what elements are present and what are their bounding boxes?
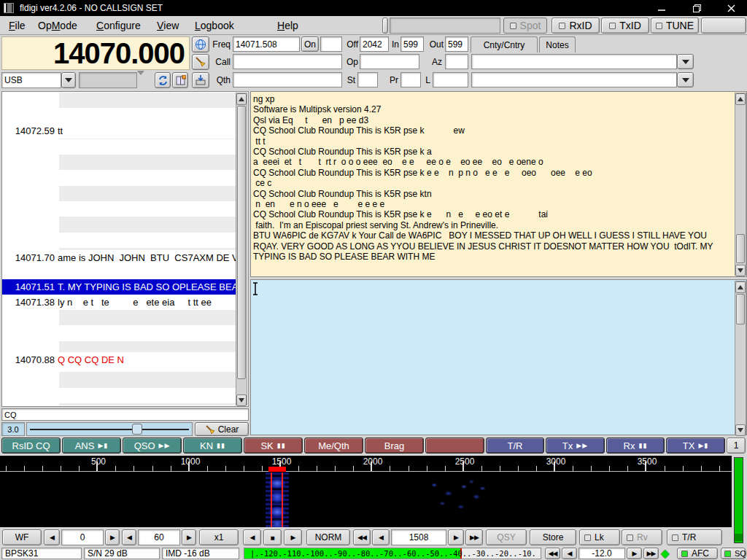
secondary-select-arrow[interactable] (137, 75, 144, 88)
menu-file[interactable]: File (4, 18, 30, 34)
browser-row[interactable]: 14071.38ly n e t te e ete eia t tt ee (2, 295, 236, 310)
tab-notes[interactable]: Notes (539, 36, 576, 52)
scroll-down-button[interactable] (735, 424, 746, 436)
clear-log-fields-button[interactable] (192, 54, 209, 70)
az-input[interactable] (445, 54, 468, 69)
center-stop-button[interactable]: ■ (263, 529, 282, 545)
qth-input[interactable] (233, 72, 342, 88)
macro-set-button[interactable]: 1 (727, 438, 746, 454)
macro-sk[interactable]: SK▮▮ (244, 438, 303, 454)
reflevel-increase[interactable]: ▶ (182, 529, 196, 545)
rst-out-input[interactable]: 599 (445, 36, 468, 52)
spot-button[interactable]: Spot (503, 18, 547, 34)
st-input[interactable] (357, 72, 378, 88)
mode-select-arrow[interactable] (61, 72, 76, 88)
menu-logbook[interactable]: Logbook (190, 18, 239, 34)
secondary-select[interactable] (79, 72, 137, 88)
macro-kn[interactable]: KN▮▮ (183, 438, 242, 454)
squelch-slider[interactable] (26, 422, 193, 436)
menu-opmode[interactable]: Op Mode (34, 18, 82, 34)
macro-empty[interactable] (425, 438, 484, 454)
mode-select[interactable]: USB (1, 72, 61, 88)
pr-input[interactable] (400, 72, 421, 88)
browser-row-selected[interactable]: 14071.51T. MY TYPING IS BAD SO OPLEASE B… (2, 279, 236, 295)
zoom-x1-button[interactable]: x1 (199, 529, 239, 545)
macro-tx[interactable]: Tx▶▶ (546, 438, 605, 454)
browser-row[interactable]: 14072.59tt (2, 123, 236, 139)
scrollbar-thumb[interactable] (237, 106, 246, 379)
freq-fine-up[interactable]: ▶ (448, 529, 464, 545)
txoffset-value[interactable]: -12.0 (578, 548, 625, 559)
store-button[interactable]: Store (530, 529, 576, 545)
audio-freq-value[interactable]: 1508 (391, 529, 446, 545)
qrz-lookup-button[interactable] (192, 36, 209, 52)
save-qso-button[interactable] (192, 72, 209, 88)
scrollbar-thumb[interactable] (736, 294, 745, 324)
afc-button[interactable]: AFC (677, 548, 718, 559)
notes-combo[interactable] (471, 72, 677, 88)
sync-button[interactable] (155, 72, 171, 88)
tx-text-panel[interactable] (250, 279, 747, 435)
freq-fine-down[interactable]: ◀ (372, 529, 390, 545)
txoffset-coarse-up[interactable]: ▶▶ (643, 548, 659, 559)
txoffset-fine-down[interactable]: ◀ (562, 548, 577, 559)
txoffset-fine-up[interactable]: ▶ (627, 548, 642, 559)
reflevel-value[interactable]: 60 (138, 529, 180, 545)
sql-button[interactable]: SQL (721, 548, 746, 559)
restore-button[interactable] (681, 0, 713, 16)
rxid-button[interactable]: RxID (551, 18, 600, 34)
macro-brag[interactable]: Brag (365, 438, 424, 454)
scrollbar-thumb[interactable] (736, 234, 745, 263)
logbook-button[interactable] (172, 72, 188, 88)
browser-row[interactable]: 14070.88Q CQ CQ DE N (2, 352, 236, 368)
tx-scrollbar[interactable] (735, 281, 746, 435)
menu-view[interactable]: View (152, 18, 183, 34)
scroll-up-button[interactable] (735, 281, 746, 293)
macro-tx-end[interactable]: TX▶▮ (666, 438, 725, 454)
freq-coarse-down[interactable]: ◀◀ (353, 529, 371, 545)
loc-input[interactable] (433, 72, 468, 88)
time-on-button[interactable]: On (301, 36, 319, 52)
browser-scrollbar[interactable] (236, 93, 247, 405)
wf-mode-button[interactable]: WF (2, 529, 42, 545)
waterfall[interactable]: 500 1000 1500 2000 2500 3000 3500 (0, 456, 732, 527)
bandwidth-cursor[interactable] (268, 467, 286, 472)
scroll-up-button[interactable] (735, 93, 746, 105)
macro-rx[interactable]: Rx▮▮ (606, 438, 665, 454)
squelch-level-bar[interactable] (734, 457, 743, 543)
mode-status[interactable]: BPSK31 (1, 548, 82, 559)
minimize-button[interactable] (646, 0, 678, 16)
tr-button[interactable]: T/R (667, 529, 722, 545)
scroll-down-button[interactable] (735, 265, 746, 276)
ampspan-value[interactable]: 0 (61, 529, 104, 545)
tune-button[interactable]: TUNE (651, 18, 699, 34)
time-off-input[interactable]: 2042 (360, 36, 389, 52)
qsy-button[interactable]: QSY (486, 529, 527, 545)
freq-input[interactable]: 14071.508 (233, 36, 300, 52)
clear-browser-button[interactable]: Clear (195, 422, 249, 436)
call-input[interactable] (233, 54, 342, 69)
rst-in-input[interactable]: 599 (400, 36, 424, 52)
menu-help[interactable]: Help (273, 18, 303, 34)
macro-qso[interactable]: QSO▶▶ (123, 438, 182, 454)
macro-tr[interactable]: T/R (486, 438, 544, 454)
op-input[interactable] (360, 54, 419, 69)
macro-rsid-cq[interactable]: RsID CQ (1, 438, 61, 454)
macro-me-qth[interactable]: Me/Qth (304, 438, 363, 454)
ampspan-increase[interactable]: ▶ (105, 529, 120, 545)
menu-configure[interactable]: Configure (92, 18, 145, 34)
time-on-input[interactable] (320, 36, 342, 52)
txid-button[interactable]: TxID (601, 18, 649, 34)
reflevel-decrease[interactable]: ◀ (122, 529, 136, 545)
txoffset-coarse-down[interactable]: ◀◀ (545, 548, 560, 559)
lock-button[interactable]: Lk (579, 529, 620, 545)
search-text-input[interactable]: CQ (1, 408, 249, 421)
scroll-up-button[interactable] (236, 93, 247, 105)
freq-coarse-up[interactable]: ▶▶ (465, 529, 483, 545)
shift-left-button[interactable]: ◀ (243, 529, 261, 545)
frequency-display[interactable]: 14070.000 (1, 36, 190, 70)
macro-ans[interactable]: ANS▶▮ (62, 438, 121, 454)
notes-combo-arrow[interactable] (677, 72, 694, 88)
ampspan-decrease[interactable]: ◀ (44, 529, 60, 545)
rx-scrollbar[interactable] (735, 93, 746, 276)
